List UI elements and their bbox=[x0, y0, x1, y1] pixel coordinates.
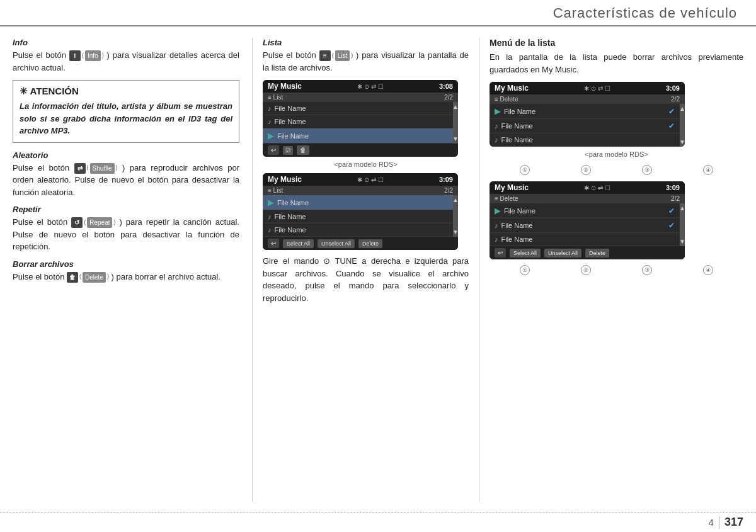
scrollbar4[interactable]: ▲ ▼ bbox=[680, 203, 685, 246]
scroll-up-icon[interactable]: ▲ bbox=[679, 105, 685, 112]
right-screen2-subheader-count: 2/2 bbox=[671, 195, 680, 202]
file-name: File Name bbox=[504, 207, 665, 215]
circle-4b: ④ bbox=[703, 265, 713, 275]
file-name: File Name bbox=[275, 213, 449, 220]
caption1: <para modelo RDS> bbox=[263, 161, 469, 168]
back-button[interactable]: ↩ bbox=[268, 145, 279, 155]
right-screen2-subheader: ≡ Delete 2/2 bbox=[490, 194, 685, 203]
circle-indicators-2: ① ② ③ ④ bbox=[490, 263, 743, 276]
delete-button[interactable]: Delete bbox=[585, 249, 609, 258]
scroll-up-icon[interactable]: ▲ bbox=[679, 205, 685, 212]
scrollbar3[interactable]: ▲ ▼ bbox=[680, 104, 685, 147]
scrollbar2[interactable]: ▲ ▼ bbox=[453, 195, 458, 237]
lista-label: Lista bbox=[263, 38, 469, 47]
select-all-button[interactable]: Select All bbox=[283, 239, 314, 248]
screen2-title: My Music bbox=[268, 175, 302, 184]
borrar-btn-label: Delete bbox=[83, 272, 106, 283]
unselect-all-button[interactable]: Unselect All bbox=[544, 249, 581, 258]
gire-para: Gire el mando ⊙ TUNE a derecha e izquier… bbox=[263, 255, 469, 304]
file-name: File Name bbox=[501, 122, 666, 130]
lista-button[interactable]: ≡ ( List ) bbox=[319, 50, 353, 61]
screen1-subheader-count: 2/2 bbox=[444, 94, 453, 101]
circle-3b: ③ bbox=[642, 265, 652, 275]
screen1-subheader-text: ≡ List bbox=[268, 94, 283, 101]
note-icon: ♪ bbox=[268, 226, 272, 234]
info-para: Pulse el botón i ( Info ) ) para visuali… bbox=[13, 49, 239, 74]
right-screen2-subheader-text: ≡ Delete bbox=[495, 195, 518, 202]
screen1-subheader: ≡ List 2/2 bbox=[263, 93, 458, 102]
check-icon: ✔ bbox=[668, 122, 675, 130]
note-icon: ♪ bbox=[268, 105, 272, 112]
file-name: File Name bbox=[501, 136, 675, 144]
delete-button[interactable]: Delete bbox=[358, 239, 382, 248]
borrar-para: Pulse el botón 🗑 ( Delete ) ) para borra… bbox=[13, 271, 239, 283]
unselect-all-button[interactable]: Unselect All bbox=[318, 239, 355, 248]
page-divider bbox=[719, 516, 719, 529]
middle-column: Lista Pulse el botón ≡ ( List ) ) para v… bbox=[252, 38, 479, 502]
note-icon: ♪ bbox=[495, 136, 498, 144]
right-screen2-header: My Music ✱ ⊙ ⇄ ☐ 3:09 bbox=[490, 181, 685, 194]
back-button[interactable]: ↩ bbox=[268, 239, 279, 248]
lista-btn-icon: ≡ bbox=[319, 50, 331, 61]
circle-1: ① bbox=[520, 165, 530, 175]
repetir-text1: Pulse el botón bbox=[13, 217, 67, 227]
note-icon: ♪ bbox=[495, 122, 498, 130]
lista-btn-label: List bbox=[335, 50, 350, 61]
check-icon: ✔ bbox=[668, 221, 675, 230]
screen1-header: My Music ✱ ⊙ ⇄ ☐ 3:08 bbox=[263, 80, 458, 93]
info-button[interactable]: i ( Info ) bbox=[69, 50, 104, 61]
checkbox-icon[interactable]: ☑ bbox=[283, 146, 293, 155]
circle-2: ② bbox=[581, 165, 591, 175]
scroll-down-icon[interactable]: ▼ bbox=[452, 135, 458, 142]
info-label: Info bbox=[13, 38, 239, 47]
screen1-rows: ♪ File Name ♪ File Name ▶ File Name bbox=[263, 102, 453, 144]
file-name: File Name bbox=[501, 235, 675, 243]
right-screen2-time: 3:09 bbox=[666, 184, 680, 191]
scroll-down-icon[interactable]: ▼ bbox=[679, 139, 685, 145]
list-item: ♪ File Name bbox=[263, 210, 453, 224]
select-all-button[interactable]: Select All bbox=[510, 249, 541, 258]
page-num-main: 317 bbox=[724, 516, 743, 529]
right-screen2: My Music ✱ ⊙ ⇄ ☐ 3:09 ≡ Delete 2/2 ▶ Fil… bbox=[490, 181, 685, 259]
circle-indicators-1: ① ② ③ ④ bbox=[490, 163, 743, 176]
main-content: Info Pulse el botón i ( Info ) ) para vi… bbox=[0, 26, 756, 508]
list-item: ♪ File Name bbox=[263, 224, 453, 237]
info-text1: Pulse el botón bbox=[13, 50, 66, 60]
right-screen1-title: My Music bbox=[495, 84, 529, 93]
scrollbar[interactable]: ▲ ▼ bbox=[453, 102, 458, 144]
screen1-title: My Music bbox=[268, 82, 302, 91]
scroll-up-icon[interactable]: ▲ bbox=[452, 103, 458, 110]
scroll-down-icon[interactable]: ▼ bbox=[679, 238, 685, 245]
borrar-label: Borrar archivos bbox=[13, 259, 239, 269]
list-item-active: ▶ File Name bbox=[263, 195, 453, 210]
right-screen1-subheader: ≡ Delete 2/2 bbox=[490, 94, 685, 104]
file-name: File Name bbox=[501, 222, 666, 229]
list-item: ▶ File Name ✔ bbox=[490, 203, 680, 218]
screen2-header: My Music ✱ ⊙ ⇄ ☐ 3:09 bbox=[263, 173, 458, 186]
repetir-label: Repetir bbox=[13, 205, 239, 214]
aleatorio-para: Pulse el botón ⇄ ( Shuffle ) ) para repr… bbox=[13, 162, 239, 199]
screen2-subheader-count: 2/2 bbox=[444, 187, 453, 194]
menu-title: Menú de la lista bbox=[490, 38, 743, 48]
right-screen1-icons: ✱ ⊙ ⇄ ☐ bbox=[584, 85, 610, 92]
back-button[interactable]: ↩ bbox=[495, 248, 506, 258]
borrar-button[interactable]: 🗑 ( Delete ) bbox=[67, 272, 109, 283]
right-screen1-body: ▶ File Name ✔ ♪ File Name ✔ ♪ File Name bbox=[490, 104, 685, 147]
screen2-subheader-text: ≡ List bbox=[268, 187, 283, 194]
circle-1b: ① bbox=[520, 265, 530, 275]
aleatorio-text1: Pulse el botón bbox=[13, 163, 69, 173]
file-name: File Name bbox=[277, 132, 448, 140]
note-icon: ♪ bbox=[268, 213, 272, 220]
scroll-down-icon[interactable]: ▼ bbox=[452, 229, 458, 235]
repetir-button[interactable]: ↺ ( Repeat ) bbox=[71, 217, 115, 228]
scroll-up-icon[interactable]: ▲ bbox=[452, 196, 458, 203]
repetir-para: Pulse el botón ↺ ( Repeat ) ) para repet… bbox=[13, 216, 239, 253]
page-number: 4 317 bbox=[709, 516, 743, 529]
list-item: ♪ File Name ✔ bbox=[490, 218, 680, 233]
check-icon: ✔ bbox=[668, 207, 675, 215]
circle-4: ④ bbox=[703, 165, 713, 175]
repetir-btn-label: Repeat bbox=[87, 217, 112, 228]
trash-icon[interactable]: 🗑 bbox=[297, 145, 309, 155]
screen2-footer: ↩ Select All Unselect All Delete bbox=[263, 237, 458, 250]
aleatorio-button[interactable]: ⇄ ( Shuffle ) bbox=[74, 163, 118, 174]
